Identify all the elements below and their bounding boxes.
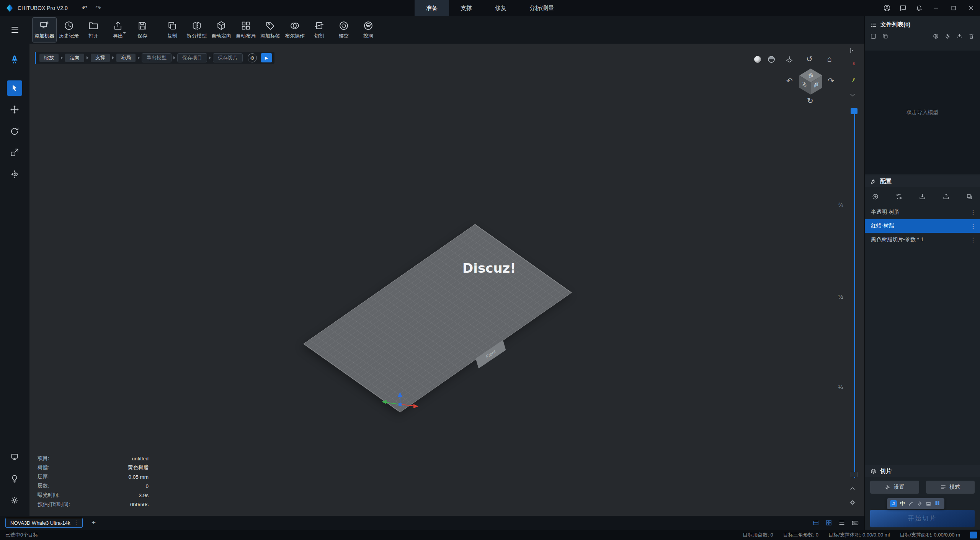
add-material-icon[interactable] [872,193,879,200]
row-menu-icon[interactable]: ⋮ [970,223,976,230]
workflow-run-button[interactable]: ▶ [261,53,272,62]
duplicate-file-icon[interactable] [882,33,889,39]
chevron-up-icon[interactable] [849,485,856,493]
workflow-step-export[interactable]: 导出模型 [142,54,171,62]
import-material-icon[interactable] [919,193,926,200]
slice-mode-button[interactable]: 模式 [926,481,975,494]
build-plate[interactable] [303,224,572,412]
home-view-button[interactable]: ⌂ [827,55,832,64]
clip-view-button[interactable] [785,55,794,64]
reset-view-button[interactable]: ↺ [806,54,813,64]
notification-icon[interactable] [911,0,927,16]
workflow-settings-icon[interactable]: ⚙ [248,53,257,62]
cut-button[interactable]: 切割 [307,18,331,42]
start-slice-button[interactable]: 开始切片 [870,510,975,527]
rotate-tool-button[interactable] [7,124,22,139]
workflow-step-save-project[interactable]: 保存项目 [178,54,207,62]
scale-tool-button[interactable] [7,145,22,160]
history-button[interactable]: 历史记录 [57,18,81,42]
tab-repair[interactable]: 修复 [483,0,518,16]
machine-tab-menu-icon[interactable]: ⋮ [74,519,79,526]
workflow-step-orient[interactable]: 定向 [65,54,84,62]
slice-settings-button[interactable]: 设置 [870,481,919,494]
cloud-library-icon[interactable] [933,33,939,39]
orthographic-view-button[interactable] [768,56,775,63]
quick-print-button[interactable] [7,52,22,67]
auto-layout-button[interactable]: 自动布局 [234,18,258,42]
save-button[interactable]: 保存 [131,18,154,42]
workflow-step-support[interactable]: 支撑 [91,54,110,62]
select-all-checkbox[interactable] [870,33,877,39]
material-library-icon[interactable] [966,193,973,200]
undo-icon[interactable]: ↶ [78,0,91,16]
ime-logo-icon[interactable]: J [890,500,897,507]
add-machine-tab-button[interactable]: + [89,518,99,528]
split-model-button[interactable]: 拆分模型 [185,18,209,42]
ime-keyboard-icon[interactable] [926,501,931,507]
light-test-button[interactable] [7,471,22,486]
export-dropdown-caret[interactable] [123,32,126,34]
list-view-icon[interactable] [838,519,845,526]
auto-orient-button[interactable]: 自动定向 [209,18,233,42]
grid-view-icon[interactable] [825,519,832,526]
rotate-view-cw-button[interactable]: ↻ [807,96,813,105]
minimize-button[interactable] [927,0,945,16]
account-icon[interactable] [879,0,895,16]
layer-slider-handle[interactable] [851,108,858,114]
expand-panel-icon[interactable] [848,47,856,54]
ime-grid-icon[interactable] [934,500,940,507]
close-button[interactable] [962,0,980,16]
move-tool-button[interactable] [7,102,22,117]
copy-button[interactable]: 复制 [160,18,184,42]
plate-toggle-icon[interactable] [812,519,819,526]
ime-pen-icon[interactable] [908,501,914,507]
virtual-keyboard-icon[interactable] [851,519,859,527]
chevron-down-icon[interactable] [849,91,856,99]
tab-prepare[interactable]: 准备 [415,0,449,16]
feedback-icon[interactable] [895,0,911,16]
material-row[interactable]: 黑色树脂切片-参数 * 1 ⋮ [865,233,980,247]
navigation-cube[interactable]: 顶 左 前 [795,65,826,96]
workflow-step-save-slice[interactable]: 保存切片 [213,54,242,62]
workflow-step-scale[interactable]: 缩放 [39,54,59,62]
fit-view-icon[interactable] [849,499,856,506]
machine-tab[interactable]: NOVA3D Whale3 Ultra-14k ⋮ [5,518,83,528]
select-tool-button[interactable] [7,80,22,96]
menu-hamburger-button[interactable] [0,16,29,44]
row-menu-icon[interactable]: ⋮ [970,236,976,244]
scale-icon [10,147,20,157]
file-settings-icon[interactable] [944,33,951,39]
workflow-step-layout[interactable]: 布局 [116,54,136,62]
export-material-icon[interactable] [942,193,950,200]
perspective-view-button[interactable] [754,56,761,63]
sync-material-icon[interactable] [895,193,903,200]
dig-hole-button[interactable]: 挖洞 [356,18,380,42]
import-file-icon[interactable] [956,33,963,39]
file-list-dropzone[interactable]: 双击导入模型 [865,51,980,174]
layer-slider-track[interactable] [854,113,855,478]
export-button[interactable]: 导出 [106,18,130,42]
open-button[interactable]: 打开 [82,18,105,42]
maximize-button[interactable] [945,0,962,16]
add-label-button[interactable]: 添加标签 [258,18,282,42]
redo-icon[interactable]: ↷ [91,0,105,16]
layer-slider-end[interactable] [851,472,858,477]
material-row-selected[interactable]: 红蜡-树脂 ⋮ [865,219,980,233]
add-machine-button[interactable]: 添加机器 [33,18,56,42]
ime-mic-icon[interactable] [917,501,923,507]
3d-viewport[interactable]: 缩放 定向 支撑 布局 导出模型 保存项目 保存切片 ⚙ ▶ ↺ ⌂ 顶 左 前… [29,44,864,516]
device-panel-button[interactable] [7,449,22,465]
row-menu-icon[interactable]: ⋮ [970,209,976,216]
material-row[interactable]: 半透明-树脂 ⋮ [865,205,980,219]
rotate-view-right-button[interactable]: ↷ [828,76,834,85]
mirror-tool-button[interactable] [7,167,22,182]
delete-file-icon[interactable] [968,33,975,39]
status-badge[interactable] [970,532,977,538]
boolean-button[interactable]: 布尔操作 [283,18,307,42]
ime-language-toggle[interactable]: 中 [900,500,905,507]
tab-support[interactable]: 支撑 [449,0,483,16]
rotate-view-left-button[interactable]: ↶ [786,76,793,85]
tab-analyze[interactable]: 分析/测量 [518,0,565,16]
preferences-button[interactable] [7,493,22,508]
hollow-button[interactable]: 镂空 [332,18,356,42]
